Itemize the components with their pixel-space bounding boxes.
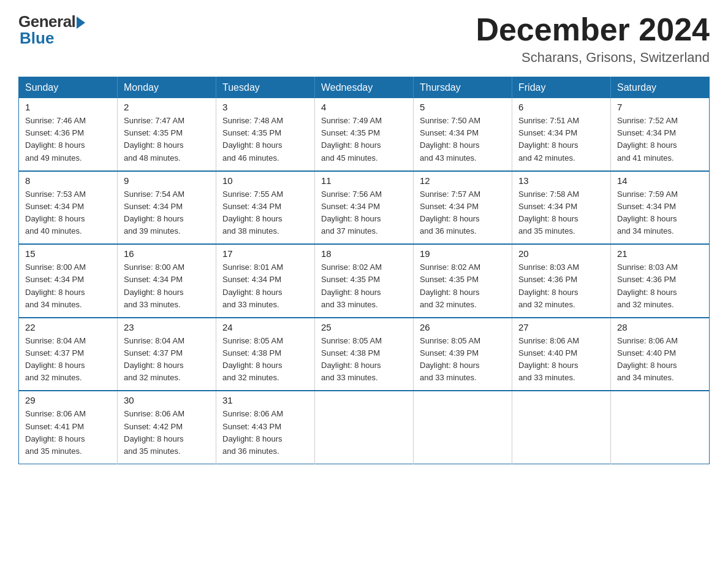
calendar-header-monday: Monday (118, 77, 216, 99)
calendar-day-cell: 6Sunrise: 7:51 AM Sunset: 4:34 PM Daylig… (512, 98, 611, 171)
day-info: Sunrise: 8:00 AM Sunset: 4:34 PM Dayligh… (25, 261, 111, 311)
calendar-header-thursday: Thursday (414, 77, 512, 99)
calendar-day-cell: 13Sunrise: 7:58 AM Sunset: 4:34 PM Dayli… (512, 171, 611, 245)
day-number: 2 (124, 102, 210, 112)
location-text: Scharans, Grisons, Switzerland (476, 50, 710, 66)
calendar-day-cell: 30Sunrise: 8:06 AM Sunset: 4:42 PM Dayli… (118, 391, 216, 464)
day-number: 26 (420, 322, 506, 332)
day-info: Sunrise: 8:03 AM Sunset: 4:36 PM Dayligh… (617, 261, 703, 311)
day-number: 15 (25, 248, 111, 259)
day-number: 1 (25, 102, 111, 112)
calendar-header-row: SundayMondayTuesdayWednesdayThursdayFrid… (19, 77, 710, 99)
day-number: 30 (124, 395, 210, 405)
day-info: Sunrise: 7:54 AM Sunset: 4:34 PM Dayligh… (124, 188, 210, 238)
day-number: 28 (617, 322, 703, 332)
day-info: Sunrise: 7:58 AM Sunset: 4:34 PM Dayligh… (518, 188, 604, 238)
calendar-day-cell: 9Sunrise: 7:54 AM Sunset: 4:34 PM Daylig… (118, 171, 216, 245)
day-number: 5 (420, 102, 506, 112)
calendar-day-cell: 12Sunrise: 7:57 AM Sunset: 4:34 PM Dayli… (414, 171, 512, 245)
calendar-day-cell: 2Sunrise: 7:47 AM Sunset: 4:35 PM Daylig… (118, 98, 216, 171)
calendar-day-cell: 16Sunrise: 8:00 AM Sunset: 4:34 PM Dayli… (118, 244, 216, 318)
day-number: 24 (222, 322, 308, 332)
day-info: Sunrise: 8:06 AM Sunset: 4:40 PM Dayligh… (617, 335, 703, 385)
day-info: Sunrise: 7:52 AM Sunset: 4:34 PM Dayligh… (617, 115, 703, 164)
day-info: Sunrise: 8:05 AM Sunset: 4:38 PM Dayligh… (222, 335, 308, 385)
calendar-day-cell: 11Sunrise: 7:56 AM Sunset: 4:34 PM Dayli… (315, 171, 414, 245)
day-info: Sunrise: 7:53 AM Sunset: 4:34 PM Dayligh… (25, 188, 111, 238)
logo: General Blue (18, 12, 85, 48)
day-info: Sunrise: 7:46 AM Sunset: 4:36 PM Dayligh… (25, 115, 111, 164)
calendar-day-cell: 5Sunrise: 7:50 AM Sunset: 4:34 PM Daylig… (414, 98, 512, 171)
day-number: 29 (25, 395, 111, 405)
calendar-day-cell: 26Sunrise: 8:05 AM Sunset: 4:39 PM Dayli… (414, 318, 512, 391)
day-number: 14 (617, 175, 703, 186)
calendar-day-cell: 8Sunrise: 7:53 AM Sunset: 4:34 PM Daylig… (19, 171, 118, 245)
day-info: Sunrise: 7:56 AM Sunset: 4:34 PM Dayligh… (321, 188, 407, 238)
logo-blue-text: Blue (20, 29, 54, 48)
day-info: Sunrise: 7:50 AM Sunset: 4:34 PM Dayligh… (420, 115, 506, 164)
calendar-day-cell: 31Sunrise: 8:06 AM Sunset: 4:43 PM Dayli… (216, 391, 315, 464)
calendar-day-cell (512, 391, 611, 464)
day-number: 23 (124, 322, 210, 332)
day-number: 16 (124, 248, 210, 259)
calendar-header-friday: Friday (512, 77, 611, 99)
day-info: Sunrise: 8:00 AM Sunset: 4:34 PM Dayligh… (124, 261, 210, 311)
day-number: 9 (124, 175, 210, 186)
calendar-day-cell: 1Sunrise: 7:46 AM Sunset: 4:36 PM Daylig… (19, 98, 118, 171)
day-number: 22 (25, 322, 111, 332)
day-number: 4 (321, 102, 407, 112)
calendar-day-cell: 25Sunrise: 8:05 AM Sunset: 4:38 PM Dayli… (315, 318, 414, 391)
calendar-day-cell: 3Sunrise: 7:48 AM Sunset: 4:35 PM Daylig… (216, 98, 315, 171)
day-info: Sunrise: 8:06 AM Sunset: 4:40 PM Dayligh… (518, 335, 604, 385)
day-number: 6 (518, 102, 604, 112)
day-number: 17 (222, 248, 308, 259)
calendar-day-cell: 19Sunrise: 8:02 AM Sunset: 4:35 PM Dayli… (414, 244, 512, 318)
day-number: 3 (222, 102, 308, 112)
day-info: Sunrise: 8:04 AM Sunset: 4:37 PM Dayligh… (25, 335, 111, 385)
day-info: Sunrise: 8:04 AM Sunset: 4:37 PM Dayligh… (124, 335, 210, 385)
day-info: Sunrise: 7:48 AM Sunset: 4:35 PM Dayligh… (222, 115, 308, 164)
calendar-day-cell (611, 391, 710, 464)
calendar-header-tuesday: Tuesday (216, 77, 315, 99)
calendar-header-saturday: Saturday (611, 77, 710, 99)
day-number: 11 (321, 175, 407, 186)
title-block: December 2024 Scharans, Grisons, Switzer… (476, 12, 710, 66)
calendar-day-cell: 29Sunrise: 8:06 AM Sunset: 4:41 PM Dayli… (19, 391, 118, 464)
calendar-week-row: 29Sunrise: 8:06 AM Sunset: 4:41 PM Dayli… (19, 391, 710, 464)
day-info: Sunrise: 8:01 AM Sunset: 4:34 PM Dayligh… (222, 261, 308, 311)
calendar-day-cell: 21Sunrise: 8:03 AM Sunset: 4:36 PM Dayli… (611, 244, 710, 318)
calendar-table: SundayMondayTuesdayWednesdayThursdayFrid… (18, 77, 710, 464)
logo-arrow-icon (77, 17, 85, 29)
calendar-day-cell (414, 391, 512, 464)
day-number: 8 (25, 175, 111, 186)
day-number: 27 (518, 322, 604, 332)
day-number: 20 (518, 248, 604, 259)
calendar-body: 1Sunrise: 7:46 AM Sunset: 4:36 PM Daylig… (19, 98, 710, 464)
day-number: 18 (321, 248, 407, 259)
calendar-day-cell: 27Sunrise: 8:06 AM Sunset: 4:40 PM Dayli… (512, 318, 611, 391)
calendar-day-cell (315, 391, 414, 464)
page-header: General Blue December 2024 Scharans, Gri… (18, 12, 710, 66)
calendar-header-wednesday: Wednesday (315, 77, 414, 99)
day-info: Sunrise: 8:06 AM Sunset: 4:41 PM Dayligh… (25, 408, 111, 458)
calendar-day-cell: 17Sunrise: 8:01 AM Sunset: 4:34 PM Dayli… (216, 244, 315, 318)
day-info: Sunrise: 7:49 AM Sunset: 4:35 PM Dayligh… (321, 115, 407, 164)
calendar-day-cell: 14Sunrise: 7:59 AM Sunset: 4:34 PM Dayli… (611, 171, 710, 245)
day-info: Sunrise: 8:05 AM Sunset: 4:38 PM Dayligh… (321, 335, 407, 385)
calendar-week-row: 1Sunrise: 7:46 AM Sunset: 4:36 PM Daylig… (19, 98, 710, 171)
month-title: December 2024 (476, 12, 710, 47)
day-info: Sunrise: 7:59 AM Sunset: 4:34 PM Dayligh… (617, 188, 703, 238)
calendar-day-cell: 28Sunrise: 8:06 AM Sunset: 4:40 PM Dayli… (611, 318, 710, 391)
day-number: 13 (518, 175, 604, 186)
calendar-day-cell: 10Sunrise: 7:55 AM Sunset: 4:34 PM Dayli… (216, 171, 315, 245)
day-info: Sunrise: 7:47 AM Sunset: 4:35 PM Dayligh… (124, 115, 210, 164)
calendar-day-cell: 7Sunrise: 7:52 AM Sunset: 4:34 PM Daylig… (611, 98, 710, 171)
day-info: Sunrise: 8:06 AM Sunset: 4:42 PM Dayligh… (124, 408, 210, 458)
day-number: 12 (420, 175, 506, 186)
day-info: Sunrise: 8:05 AM Sunset: 4:39 PM Dayligh… (420, 335, 506, 385)
day-number: 10 (222, 175, 308, 186)
day-number: 25 (321, 322, 407, 332)
day-info: Sunrise: 7:55 AM Sunset: 4:34 PM Dayligh… (222, 188, 308, 238)
day-number: 19 (420, 248, 506, 259)
day-info: Sunrise: 8:02 AM Sunset: 4:35 PM Dayligh… (420, 261, 506, 311)
